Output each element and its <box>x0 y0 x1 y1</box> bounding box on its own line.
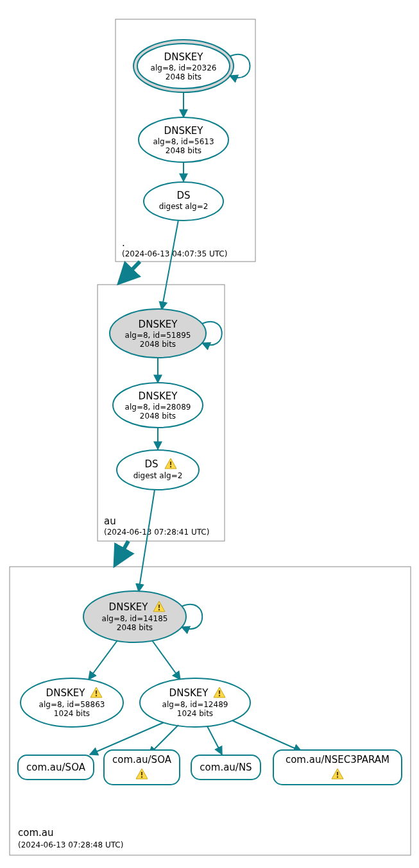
zone-label-root: . <box>122 237 125 249</box>
node-rr-soa2[interactable]: com.au/SOA <box>104 750 180 785</box>
svg-text:DNSKEY: DNSKEY <box>164 51 204 63</box>
svg-text:alg=8, id=58863: alg=8, id=58863 <box>39 700 105 709</box>
edge-delegation-au-comau <box>115 541 128 564</box>
svg-text:DNSKEY: DNSKEY <box>139 319 178 330</box>
zone-ts-au: (2024-06-13 07:28:41 UTC) <box>104 528 209 537</box>
node-comau-zsk2[interactable]: DNSKEY alg=8, id=12489 1024 bits <box>140 678 250 727</box>
node-rr-ns[interactable]: com.au/NS <box>191 755 261 780</box>
svg-text:digest alg=2: digest alg=2 <box>159 202 209 211</box>
edge-zsk2-ns <box>207 726 222 755</box>
svg-text:DNSKEY: DNSKEY <box>164 125 204 137</box>
node-au-zsk[interactable]: DNSKEY alg=8, id=28089 2048 bits <box>113 383 203 428</box>
svg-text:1024 bits: 1024 bits <box>177 709 213 718</box>
edge-root-ds-au-ksk <box>162 220 178 310</box>
node-comau-zsk1[interactable]: DNSKEY alg=8, id=58863 1024 bits <box>21 678 123 727</box>
edge-delegation-root-au <box>120 262 140 282</box>
node-root-zsk[interactable]: DNSKEY alg=8, id=5613 2048 bits <box>139 117 228 162</box>
node-rr-soa1[interactable]: com.au/SOA <box>18 755 94 780</box>
node-root-ksk[interactable]: DNSKEY alg=8, id=20326 2048 bits <box>133 40 234 92</box>
edge-zsk2-nsec3 <box>232 721 302 751</box>
edge-comau-ksk-zsk1 <box>89 640 117 680</box>
svg-text:2048 bits: 2048 bits <box>166 72 201 81</box>
svg-text:2048 bits: 2048 bits <box>140 412 176 421</box>
svg-text:DNSKEY: DNSKEY <box>46 687 86 699</box>
svg-text:alg=8, id=28089: alg=8, id=28089 <box>125 403 191 412</box>
svg-text:alg=8, id=12489: alg=8, id=12489 <box>162 700 228 709</box>
dnssec-graph: . (2024-06-13 04:07:35 UTC) DNSKEY alg=8… <box>0 0 419 868</box>
svg-text:DS: DS <box>144 458 158 470</box>
zone-ts-comau: (2024-06-13 07:28:48 UTC) <box>18 840 123 849</box>
svg-text:alg=8, id=5613: alg=8, id=5613 <box>153 137 214 146</box>
svg-text:1024 bits: 1024 bits <box>54 709 90 718</box>
svg-text:DNSKEY: DNSKEY <box>139 390 178 402</box>
zone-label-au: au <box>104 515 116 527</box>
edge-comau-ksk-zsk2 <box>152 640 180 680</box>
node-root-ds[interactable]: DS digest alg=2 <box>144 182 223 221</box>
svg-text:com.au/NSEC3PARAM: com.au/NSEC3PARAM <box>286 754 389 765</box>
node-rr-nsec3[interactable]: com.au/NSEC3PARAM <box>273 750 402 785</box>
svg-point-11 <box>144 182 223 221</box>
node-comau-ksk[interactable]: DNSKEY alg=8, id=14185 2048 bits <box>83 591 186 642</box>
svg-text:alg=8, id=51895: alg=8, id=51895 <box>125 331 191 340</box>
svg-text:DS: DS <box>176 190 190 201</box>
svg-text:digest alg=2: digest alg=2 <box>133 471 183 480</box>
svg-text:alg=8, id=20326: alg=8, id=20326 <box>151 63 217 72</box>
svg-text:alg=8, id=14185: alg=8, id=14185 <box>102 614 168 623</box>
zone-label-comau: com.au <box>18 827 54 839</box>
zone-ts-root: (2024-06-13 04:07:35 UTC) <box>122 249 227 258</box>
svg-text:DNSKEY: DNSKEY <box>169 687 209 699</box>
svg-text:2048 bits: 2048 bits <box>166 146 201 155</box>
svg-text:2048 bits: 2048 bits <box>117 623 153 632</box>
node-au-ds[interactable]: DS digest alg=2 <box>117 450 199 490</box>
svg-point-22 <box>117 450 199 490</box>
svg-text:DNSKEY: DNSKEY <box>109 601 149 613</box>
svg-text:com.au/SOA: com.au/SOA <box>112 754 172 765</box>
node-au-ksk[interactable]: DNSKEY alg=8, id=51895 2048 bits <box>110 309 206 358</box>
svg-text:2048 bits: 2048 bits <box>140 340 176 349</box>
svg-text:com.au/SOA: com.au/SOA <box>26 762 86 773</box>
svg-text:com.au/NS: com.au/NS <box>200 762 252 773</box>
